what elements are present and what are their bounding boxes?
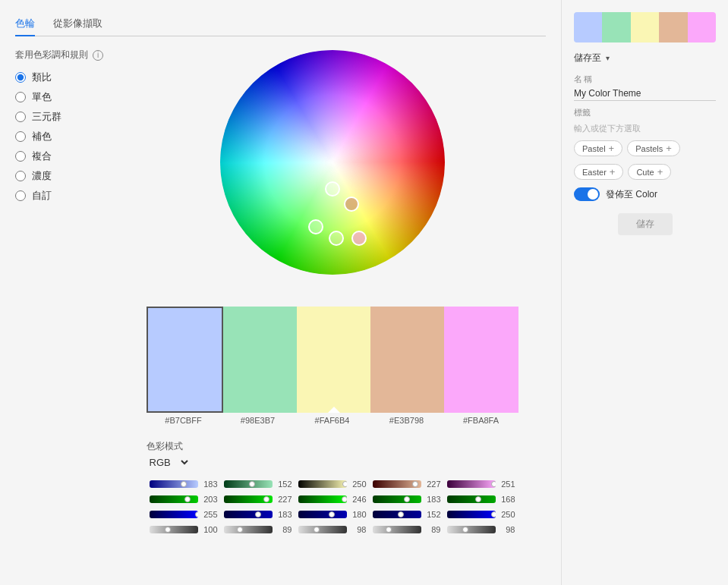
wheel-dot-4[interactable] [329,231,344,246]
info-icon[interactable]: i [93,50,103,61]
wheel-dot-3[interactable] [308,219,323,234]
radio-triad[interactable]: 三元群 [15,110,103,124]
slider-g-4: 183 [370,493,444,505]
slider-a-5: 98 [444,524,518,536]
radio-analogous[interactable]: 類比 [15,71,103,84]
slider-mini-a-3[interactable] [298,526,347,533]
slider-mini-a-4[interactable] [373,526,421,533]
publish-row: 發佈至 Color [574,187,716,201]
name-input[interactable] [574,86,716,101]
slider-mini-g-4[interactable] [373,495,421,503]
hex-4[interactable]: #E3B798 [370,413,444,428]
slider-mini-b-3[interactable] [298,511,347,518]
slider-mini-r-5[interactable] [447,480,496,488]
swatch-arrow [328,407,340,413]
harmony-label: 套用色彩調和規則 [15,49,88,61]
slider-a-2: 89 [221,524,295,536]
slider-mini-b-2[interactable] [224,511,273,518]
slider-val-b-1: 255 [201,510,218,519]
radio-custom[interactable]: 自訂 [15,189,103,203]
tab-from-image[interactable]: 從影像擷取 [53,12,102,36]
save-to-row[interactable]: 儲存至 ▾ [574,52,716,64]
color-wheel-container[interactable] [219,49,446,276]
slider-mini-g-2[interactable] [224,495,273,503]
slider-mini-r-3[interactable] [298,480,347,488]
slider-mini-g-1[interactable] [150,495,198,503]
slider-mini-b-4[interactable] [373,511,421,518]
name-field-row: 名 稱 [574,74,716,101]
slider-val-g-5: 168 [499,495,515,504]
slider-val-r-1: 183 [201,480,218,489]
palette-swatch-5 [688,12,716,42]
tags-field-row: 標籤 輸入或從下方選取 Pastel + Pastels + Easter + [574,107,716,180]
slider-row-a: 100 89 [147,524,518,536]
hex-2[interactable]: #98E3B7 [221,413,295,428]
tag-easter-plus[interactable]: + [610,166,616,178]
radio-compound[interactable]: 複合 [15,149,103,163]
slider-mini-a-1[interactable] [150,526,198,533]
swatch-5[interactable] [444,307,518,413]
palette-swatch-3 [631,12,659,42]
slider-val-a-4: 89 [424,525,441,534]
hex-5[interactable]: #FBA8FA [444,413,518,428]
tags-row-2: Easter + Cute + [574,164,716,180]
sliders-section: 183 152 [147,478,518,536]
radio-shades[interactable]: 濃度 [15,169,103,183]
tag-pastels[interactable]: Pastels + [627,140,680,156]
toggle-knob [588,189,598,200]
swatch-4[interactable] [370,307,444,413]
slider-mini-r-2[interactable] [224,480,273,488]
tags-placeholder[interactable]: 輸入或從下方選取 [574,123,716,134]
slider-b-1: 255 [147,508,221,521]
hex-3[interactable]: #FAF6B4 [295,413,370,428]
slider-mini-r-1[interactable] [150,480,198,488]
slider-mini-r-4[interactable] [373,480,421,488]
tag-cute[interactable]: Cute + [628,164,671,180]
slider-g-5: 168 [444,493,518,505]
color-mode-select: RGB HSB CMYK Lab [147,456,518,469]
slider-g-3: 246 [295,493,370,505]
main-layout: 色輪 從影像擷取 套用色彩調和規則 i 類比 單色 [0,0,728,585]
save-button[interactable]: 儲存 [618,213,673,235]
tag-pastels-plus[interactable]: + [666,143,672,154]
slider-mini-g-3[interactable] [298,495,347,503]
wheel-dot-1[interactable] [325,181,340,197]
swatches-row [147,307,518,413]
slider-val-g-2: 227 [276,495,292,504]
wheel-area: 套用色彩調和規則 i 類比 單色 三元群 [15,49,546,539]
wheel-dot-2[interactable] [344,197,359,212]
slider-mini-a-2[interactable] [224,526,273,533]
wheel-dot-5[interactable] [351,231,367,246]
slider-r-1: 183 [147,478,221,490]
tag-cute-plus[interactable]: + [657,166,663,178]
save-to-chevron[interactable]: ▾ [606,54,610,62]
name-sub-label: 稱 [584,74,592,85]
slider-val-r-5: 251 [499,480,515,489]
color-mode-label: 色彩模式 [147,440,518,453]
tab-color-wheel[interactable]: 色輪 [15,12,35,36]
slider-val-r-3: 250 [350,480,367,489]
swatch-2[interactable] [223,307,297,413]
slider-r-3: 250 [295,478,370,490]
tag-easter[interactable]: Easter + [574,164,623,180]
swatch-3[interactable] [297,307,370,413]
color-mode-section: 色彩模式 RGB HSB CMYK Lab [147,440,518,469]
color-mode-dropdown[interactable]: RGB HSB CMYK Lab [147,456,191,469]
radio-complementary[interactable]: 補色 [15,130,103,143]
slider-mini-g-5[interactable] [447,495,496,503]
swatches-area: #B7CBFF #98E3B7 #FAF6B4 #E3B798 #FBA8FA … [147,291,518,539]
publish-toggle[interactable] [574,187,600,201]
tag-pastel[interactable]: Pastel + [574,140,622,156]
swatch-1[interactable] [147,307,223,413]
slider-b-2: 183 [221,508,295,521]
radio-monochromatic[interactable]: 單色 [15,90,103,104]
tag-pastel-plus[interactable]: + [609,143,615,154]
slider-val-b-5: 250 [499,510,515,519]
slider-mini-a-5[interactable] [447,526,496,533]
slider-mini-b-5[interactable] [447,511,496,518]
hex-1[interactable]: #B7CBFF [147,413,221,428]
palette-preview [574,12,716,42]
slider-mini-b-1[interactable] [150,511,198,518]
slider-val-g-1: 203 [201,495,218,504]
name-label: 名 [574,74,582,85]
